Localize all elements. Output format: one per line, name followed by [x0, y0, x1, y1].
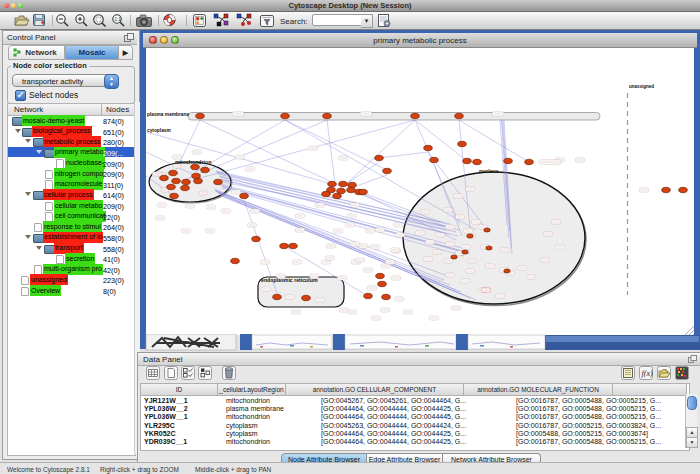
svg-text:unassigned: unassigned: [629, 84, 654, 89]
svg-text:nucleus: nucleus: [479, 168, 499, 174]
svg-text:mitochondrion: mitochondrion: [175, 159, 211, 165]
svg-text:f(x): f(x): [642, 369, 653, 378]
svg-text:1:1: 1:1: [114, 17, 121, 22]
svg-text:cytoplasm: cytoplasm: [147, 128, 171, 133]
svg-text:plasma membrane: plasma membrane: [147, 112, 189, 117]
svg-text:endoplasmic reticulum: endoplasmic reticulum: [261, 277, 318, 283]
